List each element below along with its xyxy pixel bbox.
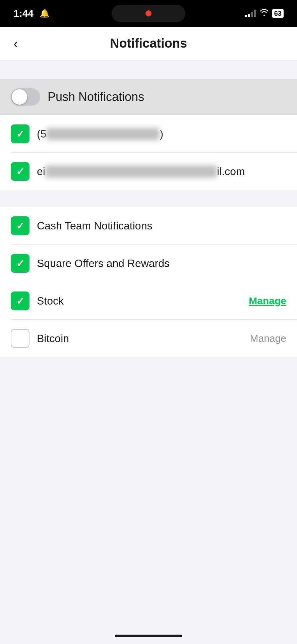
push-notifications-section: Push Notifications [0, 79, 297, 115]
list-item: ✓ eiXXXXXXXXXXXXXXXXXXXXXXXXil.com [0, 153, 297, 190]
cash-team-label: Cash Team Notifications [37, 220, 286, 232]
status-icons: 63 [245, 9, 284, 18]
notification-items-section: ✓ Cash Team Notifications ✓ Square Offer… [0, 207, 297, 357]
home-bar [115, 635, 182, 637]
section-gap-top [0, 60, 297, 79]
recording-dot [145, 10, 152, 16]
list-item: ✓ Stock Manage [0, 282, 297, 320]
mute-icon: 🔔 [40, 9, 50, 18]
accounts-section: ✓ (58XXXXXXXXXXXXXXX) ✓ eiXXXXXXXXXXXXXX… [0, 115, 297, 190]
back-chevron-icon: ‹ [13, 36, 18, 52]
email-checkbox[interactable]: ✓ [11, 162, 29, 181]
checkmark-icon: ✓ [16, 128, 24, 140]
phone-checkbox[interactable]: ✓ [11, 124, 29, 143]
checkmark-icon: ✓ [16, 295, 24, 307]
phone-number-label: (58XXXXXXXXXXXXXXX) [37, 128, 163, 140]
wifi-icon [259, 9, 269, 18]
page-title: Notifications [110, 36, 187, 51]
stock-manage-link[interactable]: Manage [249, 295, 286, 307]
checkmark-icon: ✓ [16, 258, 24, 269]
list-item: ✓ Cash Team Notifications [0, 207, 297, 245]
list-item: ✓ (58XXXXXXXXXXXXXXX) [0, 115, 297, 153]
toggle-thumb [12, 89, 27, 105]
checkmark-icon: ✓ [16, 166, 24, 177]
square-offers-checkbox[interactable]: ✓ [11, 254, 29, 273]
push-notifications-label: Push Notifications [48, 90, 144, 104]
bitcoin-label: Bitcoin [37, 332, 243, 345]
back-button[interactable]: ‹ [10, 32, 21, 55]
list-item: ✓ Square Offers and Rewards [0, 245, 297, 282]
bitcoin-checkbox[interactable] [11, 329, 29, 348]
list-item: Bitcoin Manage [0, 320, 297, 357]
email-label: eiXXXXXXXXXXXXXXXXXXXXXXXXil.com [37, 165, 245, 178]
nav-header: ‹ Notifications [0, 27, 297, 60]
section-separator-1 [0, 190, 297, 207]
battery-icon: 63 [272, 9, 284, 18]
cash-team-checkbox[interactable]: ✓ [11, 216, 29, 235]
dynamic-island [112, 5, 185, 22]
status-bar: 1:44 🔔 63 [0, 0, 297, 27]
stock-checkbox[interactable]: ✓ [11, 291, 29, 310]
bitcoin-manage-link[interactable]: Manage [250, 333, 286, 344]
checkmark-icon: ✓ [16, 220, 24, 232]
stock-label: Stock [37, 295, 241, 307]
push-notifications-row: Push Notifications [0, 79, 297, 115]
push-notifications-toggle[interactable] [11, 88, 40, 106]
bottom-fill [0, 357, 297, 525]
status-time: 1:44 [13, 8, 34, 19]
signal-icon [245, 10, 256, 17]
square-offers-label: Square Offers and Rewards [37, 257, 286, 270]
